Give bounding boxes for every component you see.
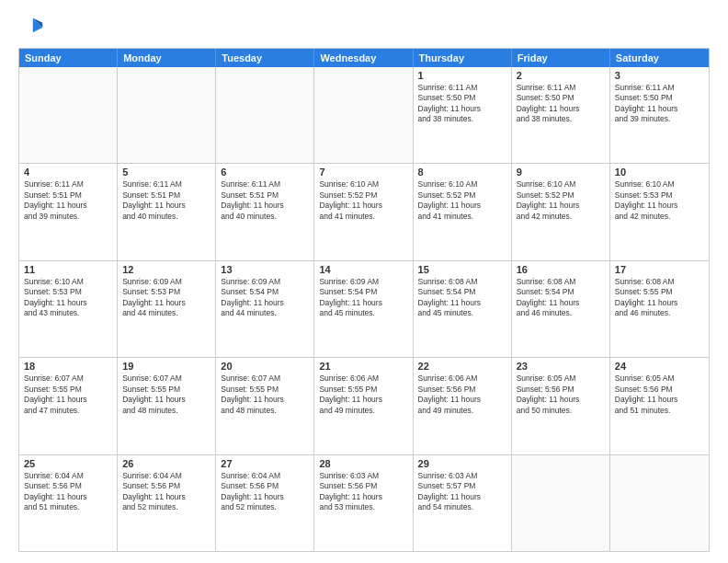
- day-info: Sunrise: 6:09 AMSunset: 5:54 PMDaylight:…: [221, 277, 309, 319]
- page-header: [18, 15, 710, 40]
- day-info: Sunrise: 6:10 AMSunset: 5:52 PMDaylight:…: [319, 179, 407, 222]
- day-info: Sunrise: 6:11 AMSunset: 5:51 PMDaylight:…: [122, 179, 210, 222]
- day-number: 19: [122, 361, 210, 372]
- day-number: 23: [517, 361, 605, 372]
- day-info: Sunrise: 6:03 AMSunset: 5:56 PMDaylight:…: [319, 471, 407, 513]
- day-info: Sunrise: 6:06 AMSunset: 5:56 PMDaylight:…: [418, 373, 506, 416]
- day-28: 28Sunrise: 6:03 AMSunset: 5:56 PMDayligh…: [314, 455, 413, 551]
- day-info: Sunrise: 6:08 AMSunset: 5:55 PMDaylight:…: [615, 277, 704, 319]
- day-number: 29: [418, 458, 506, 469]
- day-number: 25: [24, 458, 112, 469]
- day-number: 16: [517, 264, 605, 275]
- day-number: 12: [122, 264, 210, 275]
- day-info: Sunrise: 6:11 AMSunset: 5:51 PMDaylight:…: [221, 179, 309, 222]
- day-7: 7Sunrise: 6:10 AMSunset: 5:52 PMDaylight…: [314, 164, 413, 259]
- day-number: 28: [319, 458, 407, 469]
- day-info: Sunrise: 6:03 AMSunset: 5:57 PMDaylight:…: [418, 471, 506, 513]
- day-info: Sunrise: 6:10 AMSunset: 5:52 PMDaylight:…: [517, 179, 605, 222]
- header-sunday: Sunday: [19, 49, 118, 67]
- day-5: 5Sunrise: 6:11 AMSunset: 5:51 PMDaylight…: [118, 164, 216, 259]
- day-9: 9Sunrise: 6:10 AMSunset: 5:52 PMDaylight…: [512, 164, 610, 259]
- day-number: 15: [418, 264, 506, 275]
- day-info: Sunrise: 6:10 AMSunset: 5:53 PMDaylight:…: [24, 277, 112, 319]
- header-monday: Monday: [118, 49, 216, 67]
- day-number: 8: [418, 167, 506, 178]
- header-tuesday: Tuesday: [216, 49, 314, 67]
- day-14: 14Sunrise: 6:09 AMSunset: 5:54 PMDayligh…: [314, 261, 413, 357]
- day-info: Sunrise: 6:05 AMSunset: 5:56 PMDaylight:…: [517, 373, 605, 416]
- day-number: 2: [517, 70, 605, 81]
- day-number: 10: [615, 167, 704, 178]
- day-12: 12Sunrise: 6:09 AMSunset: 5:53 PMDayligh…: [118, 261, 216, 357]
- day-29: 29Sunrise: 6:03 AMSunset: 5:57 PMDayligh…: [414, 455, 512, 551]
- day-number: 20: [221, 361, 309, 372]
- day-number: 5: [122, 167, 210, 178]
- day-24: 24Sunrise: 6:05 AMSunset: 5:56 PMDayligh…: [610, 358, 709, 454]
- day-info: Sunrise: 6:07 AMSunset: 5:55 PMDaylight:…: [24, 373, 112, 416]
- day-empty-4-6: [610, 455, 709, 551]
- calendar-body: 1Sunrise: 6:11 AMSunset: 5:50 PMDaylight…: [19, 67, 709, 551]
- day-27: 27Sunrise: 6:04 AMSunset: 5:56 PMDayligh…: [216, 455, 314, 551]
- day-empty-0-3: [314, 67, 413, 163]
- day-number: 11: [24, 264, 112, 275]
- day-10: 10Sunrise: 6:10 AMSunset: 5:53 PMDayligh…: [610, 164, 709, 259]
- header-thursday: Thursday: [414, 49, 512, 67]
- day-19: 19Sunrise: 6:07 AMSunset: 5:55 PMDayligh…: [118, 358, 216, 454]
- day-info: Sunrise: 6:09 AMSunset: 5:54 PMDaylight:…: [319, 277, 407, 319]
- day-22: 22Sunrise: 6:06 AMSunset: 5:56 PMDayligh…: [414, 358, 512, 454]
- day-15: 15Sunrise: 6:08 AMSunset: 5:54 PMDayligh…: [414, 261, 512, 357]
- week-5: 25Sunrise: 6:04 AMSunset: 5:56 PMDayligh…: [19, 455, 709, 551]
- day-25: 25Sunrise: 6:04 AMSunset: 5:56 PMDayligh…: [19, 455, 118, 551]
- day-number: 27: [221, 458, 309, 469]
- day-number: 18: [24, 361, 112, 372]
- day-info: Sunrise: 6:08 AMSunset: 5:54 PMDaylight:…: [517, 277, 605, 319]
- day-empty-0-2: [216, 67, 314, 163]
- day-info: Sunrise: 6:11 AMSunset: 5:51 PMDaylight:…: [24, 179, 112, 222]
- day-17: 17Sunrise: 6:08 AMSunset: 5:55 PMDayligh…: [610, 261, 709, 357]
- header-friday: Friday: [512, 49, 610, 67]
- day-number: 24: [615, 361, 704, 372]
- day-18: 18Sunrise: 6:07 AMSunset: 5:55 PMDayligh…: [19, 358, 118, 454]
- week-1: 1Sunrise: 6:11 AMSunset: 5:50 PMDaylight…: [19, 67, 709, 164]
- week-3: 11Sunrise: 6:10 AMSunset: 5:53 PMDayligh…: [19, 261, 709, 358]
- day-info: Sunrise: 6:11 AMSunset: 5:50 PMDaylight:…: [418, 83, 506, 125]
- day-info: Sunrise: 6:07 AMSunset: 5:55 PMDaylight:…: [122, 373, 210, 416]
- day-empty-4-5: [512, 455, 610, 551]
- day-empty-0-1: [118, 67, 216, 163]
- header-saturday: Saturday: [610, 49, 709, 67]
- day-info: Sunrise: 6:05 AMSunset: 5:56 PMDaylight:…: [615, 373, 704, 416]
- day-info: Sunrise: 6:11 AMSunset: 5:50 PMDaylight:…: [615, 83, 704, 125]
- day-number: 1: [418, 70, 506, 81]
- day-13: 13Sunrise: 6:09 AMSunset: 5:54 PMDayligh…: [216, 261, 314, 357]
- day-info: Sunrise: 6:04 AMSunset: 5:56 PMDaylight:…: [122, 471, 210, 513]
- day-number: 7: [319, 167, 407, 178]
- day-26: 26Sunrise: 6:04 AMSunset: 5:56 PMDayligh…: [118, 455, 216, 551]
- week-2: 4Sunrise: 6:11 AMSunset: 5:51 PMDaylight…: [19, 164, 709, 260]
- day-6: 6Sunrise: 6:11 AMSunset: 5:51 PMDaylight…: [216, 164, 314, 259]
- day-empty-0-0: [19, 67, 118, 163]
- day-23: 23Sunrise: 6:05 AMSunset: 5:56 PMDayligh…: [512, 358, 610, 454]
- week-4: 18Sunrise: 6:07 AMSunset: 5:55 PMDayligh…: [19, 358, 709, 454]
- day-info: Sunrise: 6:08 AMSunset: 5:54 PMDaylight:…: [418, 277, 506, 319]
- day-number: 3: [615, 70, 704, 81]
- day-4: 4Sunrise: 6:11 AMSunset: 5:51 PMDaylight…: [19, 164, 118, 259]
- day-number: 26: [122, 458, 210, 469]
- day-info: Sunrise: 6:10 AMSunset: 5:52 PMDaylight:…: [418, 179, 506, 222]
- day-info: Sunrise: 6:07 AMSunset: 5:55 PMDaylight:…: [221, 373, 309, 416]
- day-info: Sunrise: 6:04 AMSunset: 5:56 PMDaylight:…: [221, 471, 309, 513]
- day-3: 3Sunrise: 6:11 AMSunset: 5:50 PMDaylight…: [610, 67, 709, 163]
- calendar-header: SundayMondayTuesdayWednesdayThursdayFrid…: [19, 49, 709, 67]
- day-number: 14: [319, 264, 407, 275]
- day-info: Sunrise: 6:06 AMSunset: 5:55 PMDaylight:…: [319, 373, 407, 416]
- day-number: 4: [24, 167, 112, 178]
- day-number: 21: [319, 361, 407, 372]
- day-info: Sunrise: 6:11 AMSunset: 5:50 PMDaylight:…: [517, 83, 605, 125]
- day-21: 21Sunrise: 6:06 AMSunset: 5:55 PMDayligh…: [314, 358, 413, 454]
- day-number: 13: [221, 264, 309, 275]
- calendar: SundayMondayTuesdayWednesdayThursdayFrid…: [18, 48, 710, 552]
- day-2: 2Sunrise: 6:11 AMSunset: 5:50 PMDaylight…: [512, 67, 610, 163]
- header-wednesday: Wednesday: [314, 49, 413, 67]
- day-1: 1Sunrise: 6:11 AMSunset: 5:50 PMDaylight…: [414, 67, 512, 163]
- day-number: 6: [221, 167, 309, 178]
- day-20: 20Sunrise: 6:07 AMSunset: 5:55 PMDayligh…: [216, 358, 314, 454]
